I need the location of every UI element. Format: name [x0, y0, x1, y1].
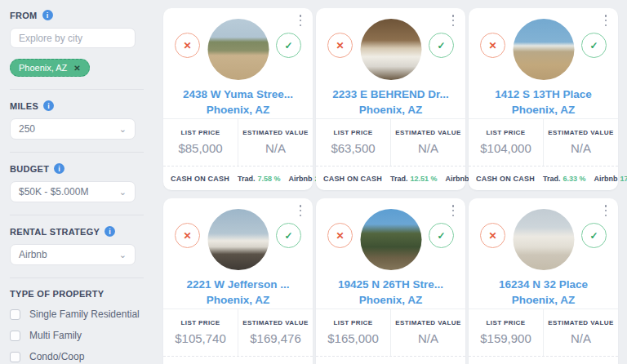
address-line: 2438 W Yuma Stree...	[163, 87, 313, 102]
list-price-value: $105,740	[175, 331, 226, 345]
airbnb-label: Airbnb	[288, 175, 312, 183]
cash-on-cash-bar	[316, 356, 465, 364]
price-bar: LIST PRICE $165,000 ESTIMATED VALUE N/A	[316, 309, 465, 356]
rental-strategy-label: RENTAL STRATEGY	[10, 227, 100, 237]
city-search-input[interactable]	[10, 28, 136, 48]
address-line: 19425 N 26TH Stre...	[316, 277, 465, 292]
kebab-menu-icon[interactable]	[601, 15, 611, 26]
cash-on-cash-label: CASH ON CASH	[323, 175, 382, 183]
checkbox-box[interactable]	[10, 331, 20, 341]
miles-label-row: MILES i	[10, 100, 145, 111]
property-photo[interactable]	[207, 19, 269, 80]
checkbox-box[interactable]	[10, 352, 20, 362]
property-photo[interactable]	[513, 209, 574, 270]
filters-sidebar: FROM i Phoenix, AZ ✕ MILES i 250 ⌄ BUDGE…	[10, 0, 145, 364]
trad-coc-value: 7.58 %	[257, 175, 280, 183]
property-type-options: Single Family Residential Multi Family C…	[10, 309, 145, 364]
property-card: ✕ ✓ 2233 E BEHREND Dr... Phoenix, AZ LIS…	[316, 8, 465, 190]
budget-select[interactable]: $50K - $5.000M ⌄	[10, 181, 136, 202]
rental-strategy-select[interactable]: Airbnb ⌄	[10, 244, 136, 265]
estimated-value-col: ESTIMATED VALUE N/A	[543, 309, 618, 356]
property-photo[interactable]	[360, 19, 421, 80]
property-card: ✕ ✓ 2438 W Yuma Stree... Phoenix, AZ LIS…	[163, 8, 313, 190]
accept-property-button[interactable]: ✓	[581, 223, 607, 248]
miles-select[interactable]: 250 ⌄	[10, 118, 136, 140]
kebab-menu-icon[interactable]	[601, 205, 611, 216]
kebab-menu-icon[interactable]	[296, 15, 305, 26]
checkbox-box[interactable]	[10, 309, 20, 320]
accept-property-button[interactable]: ✓	[581, 33, 607, 58]
list-price-label: LIST PRICE	[333, 319, 372, 326]
city-line: Phoenix, AZ	[163, 102, 313, 118]
info-icon[interactable]: i	[104, 226, 115, 237]
info-icon[interactable]: i	[42, 10, 53, 20]
list-price-value: $104,000	[480, 141, 531, 155]
list-price-label: LIST PRICE	[180, 319, 220, 326]
reject-property-button[interactable]: ✕	[175, 223, 200, 248]
trad-label: Trad.	[238, 175, 256, 183]
property-photo[interactable]	[360, 209, 421, 270]
property-address-link[interactable]: 19425 N 26TH Stre... Phoenix, AZ	[316, 277, 465, 308]
property-address-link[interactable]: 16234 N 32 Place Phoenix, AZ	[469, 277, 618, 308]
list-price-col: LIST PRICE $63,500	[316, 119, 390, 166]
reject-property-button[interactable]: ✕	[327, 223, 353, 248]
accept-property-button[interactable]: ✓	[276, 223, 301, 248]
property-address-link[interactable]: 1412 S 13TH Place Phoenix, AZ	[469, 87, 618, 118]
kebab-menu-icon[interactable]	[296, 205, 305, 216]
sidebar-divider	[10, 152, 144, 153]
accept-property-button[interactable]: ✓	[276, 33, 301, 58]
budget-value: $50K - $5.000M	[19, 186, 88, 198]
kebab-menu-icon[interactable]	[448, 205, 458, 216]
rental-strategy-value: Airbnb	[19, 249, 47, 260]
city-tag[interactable]: Phoenix, AZ ✕	[10, 59, 90, 77]
list-price-label: LIST PRICE	[333, 129, 372, 136]
estimated-value-col: ESTIMATED VALUE N/A	[390, 309, 465, 356]
list-price-col: LIST PRICE $85,000	[163, 119, 238, 166]
list-price-label: LIST PRICE	[486, 129, 525, 136]
estimated-value-col: ESTIMATED VALUE N/A	[238, 119, 313, 166]
remove-tag-icon[interactable]: ✕	[73, 64, 80, 73]
budget-label: BUDGET	[10, 164, 49, 174]
checkbox-single-family[interactable]: Single Family Residential	[10, 309, 145, 320]
property-address-link[interactable]: 2233 E BEHREND Dr... Phoenix, AZ	[316, 87, 465, 118]
airbnb-coc-value: 17.72 %	[620, 175, 627, 183]
address-line: 1412 S 13TH Place	[469, 87, 618, 102]
list-price-col: LIST PRICE $165,000	[316, 309, 390, 356]
estimated-value-col: ESTIMATED VALUE N/A	[390, 119, 465, 166]
cash-on-cash-bar	[469, 356, 618, 364]
property-card: ✕ ✓ 1412 S 13TH Place Phoenix, AZ LIST P…	[469, 8, 618, 190]
info-icon[interactable]: i	[54, 163, 64, 174]
accept-property-button[interactable]: ✓	[429, 33, 454, 58]
trad-label: Trad.	[543, 175, 561, 183]
list-price-col: LIST PRICE $105,740	[163, 309, 238, 356]
property-card: ✕ ✓ 16234 N 32 Place Phoenix, AZ LIST PR…	[469, 198, 618, 364]
property-address-link[interactable]: 2221 W Jefferson ... Phoenix, AZ	[163, 277, 313, 308]
property-photo[interactable]	[207, 209, 269, 270]
property-photo[interactable]	[513, 19, 574, 80]
cash-on-cash-bar: CASH ON CASH Trad. 7.58 % Airbnb 22.27 %	[163, 166, 313, 190]
checkbox-condo-coop[interactable]: Condo/Coop	[10, 351, 145, 362]
checkbox-label: Multi Family	[29, 330, 82, 341]
cash-on-cash-label: CASH ON CASH	[171, 175, 229, 183]
reject-property-button[interactable]: ✕	[480, 33, 505, 58]
property-address-link[interactable]: 2438 W Yuma Stree... Phoenix, AZ	[163, 87, 313, 118]
city-tag-label: Phoenix, AZ	[19, 63, 67, 73]
reject-property-button[interactable]: ✕	[175, 33, 200, 58]
checkbox-multi-family[interactable]: Multi Family	[10, 330, 145, 341]
estimated-value-label: ESTIMATED VALUE	[242, 129, 308, 136]
estimated-value-value: N/A	[571, 331, 591, 345]
accept-property-button[interactable]: ✓	[429, 223, 454, 248]
city-line: Phoenix, AZ	[163, 292, 313, 308]
estimated-value-label: ESTIMATED VALUE	[242, 319, 308, 326]
kebab-menu-icon[interactable]	[448, 15, 458, 26]
city-line: Phoenix, AZ	[316, 292, 465, 308]
chevron-down-icon: ⌄	[119, 127, 127, 131]
address-line: 2233 E BEHREND Dr...	[316, 87, 465, 102]
reject-property-button[interactable]: ✕	[480, 223, 505, 248]
reject-property-button[interactable]: ✕	[327, 33, 353, 58]
info-icon[interactable]: i	[43, 100, 54, 111]
estimated-value-col: ESTIMATED VALUE $169,476	[238, 309, 313, 356]
price-bar: LIST PRICE $159,900 ESTIMATED VALUE N/A	[469, 309, 618, 356]
miles-value: 250	[19, 123, 35, 135]
trad-coc-value: 6.33 %	[563, 175, 585, 183]
